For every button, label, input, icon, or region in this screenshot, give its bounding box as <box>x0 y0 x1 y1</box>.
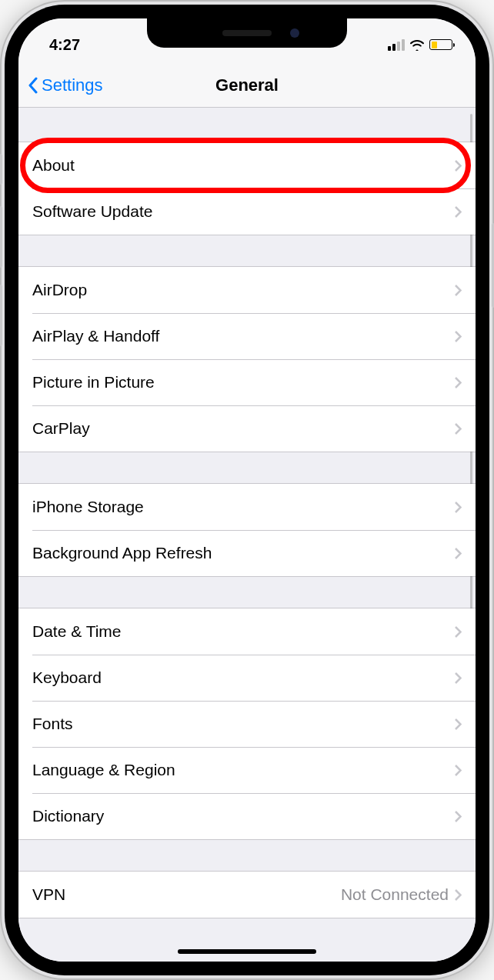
chevron-right-icon <box>455 626 462 638</box>
row-carplay[interactable]: CarPlay <box>18 405 476 452</box>
row-date-time[interactable]: Date & Time <box>18 608 476 655</box>
row-label: Date & Time <box>32 622 455 641</box>
notch <box>147 18 347 48</box>
row-label: Keyboard <box>32 668 455 687</box>
volume-down-button <box>0 285 2 346</box>
chevron-right-icon <box>455 811 462 822</box>
chevron-right-icon <box>455 331 462 342</box>
chevron-right-icon <box>455 718 462 730</box>
navigation-bar: Settings General <box>18 63 476 108</box>
phone-bezel: 4:27 <box>5 5 489 975</box>
settings-group: iPhone StorageBackground App Refresh <box>18 483 476 577</box>
wifi-icon <box>409 38 425 51</box>
row-label: Language & Region <box>32 761 455 779</box>
battery-icon <box>429 39 452 50</box>
chevron-right-icon <box>455 672 462 684</box>
front-camera <box>290 28 299 38</box>
chevron-right-icon <box>455 160 462 172</box>
row-label: AirPlay & Handoff <box>32 327 455 345</box>
status-time: 4:27 <box>49 28 80 54</box>
row-label: About <box>32 156 455 175</box>
content-scroll[interactable]: AboutSoftware UpdateAirDropAirPlay & Han… <box>18 108 476 962</box>
volume-up-button <box>0 206 2 268</box>
chevron-right-icon <box>455 548 462 559</box>
row-dictionary[interactable]: Dictionary <box>18 793 476 839</box>
row-label: VPN <box>32 885 341 904</box>
row-value: Not Connected <box>341 885 449 904</box>
chevron-right-icon <box>455 502 462 513</box>
row-fonts[interactable]: Fonts <box>18 701 476 747</box>
chevron-right-icon <box>455 423 462 435</box>
phone-frame: 4:27 <box>0 0 494 980</box>
row-label: Fonts <box>32 715 455 733</box>
row-label: Dictionary <box>32 807 455 825</box>
settings-group: VPNNot Connected <box>18 871 476 918</box>
chevron-right-icon <box>455 889 462 901</box>
row-vpn[interactable]: VPNNot Connected <box>18 872 476 918</box>
row-label: CarPlay <box>32 419 455 438</box>
row-label: Background App Refresh <box>32 544 455 562</box>
battery-fill <box>432 42 437 48</box>
row-label: AirDrop <box>32 281 455 299</box>
mute-switch <box>0 154 2 185</box>
row-iphone-storage[interactable]: iPhone Storage <box>18 484 476 530</box>
row-picture-in-picture[interactable]: Picture in Picture <box>18 359 476 405</box>
chevron-right-icon <box>455 285 462 296</box>
row-label: Software Update <box>32 202 455 221</box>
screen: 4:27 <box>18 18 476 962</box>
speaker-grill <box>222 30 272 36</box>
row-about[interactable]: About <box>18 142 476 188</box>
row-label: Picture in Picture <box>32 373 455 392</box>
chevron-right-icon <box>455 206 462 218</box>
row-keyboard[interactable]: Keyboard <box>18 655 476 701</box>
status-icons <box>388 31 452 51</box>
back-button-label: Settings <box>42 75 103 95</box>
row-software-update[interactable]: Software Update <box>18 188 476 235</box>
settings-group: AboutSoftware Update <box>18 142 476 235</box>
chevron-right-icon <box>455 377 462 388</box>
home-indicator[interactable] <box>178 949 316 954</box>
settings-group: AirDropAirPlay & HandoffPicture in Pictu… <box>18 266 476 452</box>
settings-group: Date & TimeKeyboardFontsLanguage & Regio… <box>18 608 476 840</box>
row-label: iPhone Storage <box>32 498 455 516</box>
chevron-left-icon <box>28 77 38 94</box>
chevron-right-icon <box>455 765 462 776</box>
cellular-signal-icon <box>388 39 405 51</box>
row-language-region[interactable]: Language & Region <box>18 747 476 793</box>
row-airdrop[interactable]: AirDrop <box>18 267 476 313</box>
back-button[interactable]: Settings <box>28 75 103 95</box>
row-airplay-handoff[interactable]: AirPlay & Handoff <box>18 313 476 359</box>
row-background-app-refresh[interactable]: Background App Refresh <box>18 530 476 576</box>
